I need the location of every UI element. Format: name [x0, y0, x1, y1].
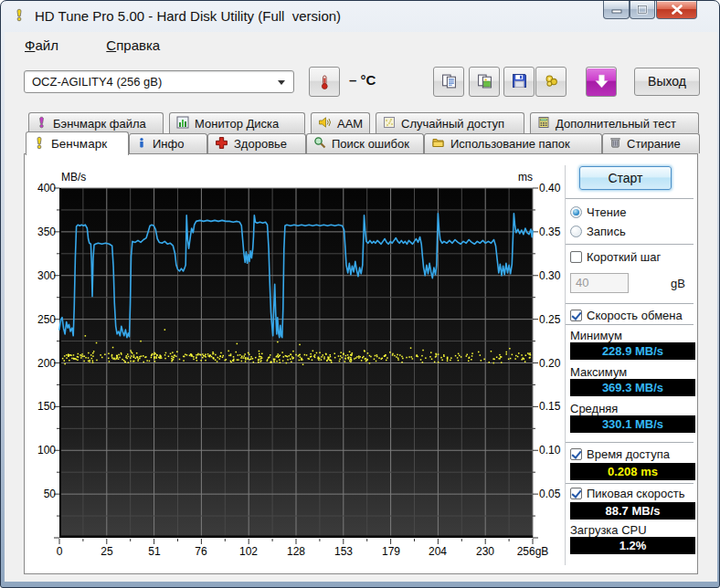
tab-health[interactable]: Здоровье [207, 133, 306, 153]
tab-error-scan[interactable]: Поиск ошибок [306, 133, 424, 153]
access-time-checkbox[interactable]: Время доступа [570, 447, 699, 461]
y-left-tick: 200 [26, 357, 56, 370]
options-icon [536, 73, 566, 89]
y-left-tick: 150 [26, 400, 56, 413]
maximize-button[interactable] [630, 1, 655, 19]
copy-button[interactable] [433, 67, 464, 97]
stride-size-input[interactable]: 40 [570, 273, 629, 293]
min-label: Минимум [570, 329, 622, 342]
read-radio[interactable]: Чтение [570, 205, 699, 219]
checkbox-icon [570, 448, 582, 460]
y-right-tick: 0.30 [539, 269, 560, 282]
maximize-icon [637, 5, 648, 15]
y-left-tick: 350 [26, 226, 56, 238]
separator [566, 324, 694, 326]
random-access-icon [383, 116, 396, 131]
y-left-tick: 300 [26, 269, 56, 282]
x-tick: 102 [227, 545, 270, 558]
stride-unit-label: gB [671, 277, 685, 290]
burst-rate-label: Пиковая скорость [587, 487, 685, 500]
save-button[interactable] [503, 67, 535, 97]
copy-icon [434, 73, 463, 89]
cpu-usage-label: Загрузка CPU [570, 523, 647, 537]
y-right-axis-title: ms [500, 171, 533, 184]
close-icon [671, 5, 683, 15]
x-tick: 153 [322, 545, 365, 558]
tab-label: AAM [337, 117, 363, 131]
access-time-value: 0.208 ms [570, 463, 695, 480]
max-label: Максимум [570, 365, 627, 379]
exit-button[interactable]: Выход [634, 68, 700, 96]
y-right-tick: 0.05 [539, 488, 560, 500]
close-button[interactable] [656, 1, 697, 19]
y-left-tick: 400 [26, 182, 56, 194]
benchmark-chart [52, 183, 540, 547]
gauge-yellow-icon [33, 136, 46, 152]
screenshot-button[interactable] [586, 67, 617, 97]
down-arrow-icon [587, 73, 616, 89]
radio-icon [570, 206, 582, 218]
burst-rate-value: 88.7 MB/s [570, 502, 695, 520]
tab-erase[interactable]: Стирание [602, 133, 700, 153]
tab-aam[interactable]: AAM [311, 112, 370, 133]
short-stride-checkbox[interactable]: Короткий шаг [570, 250, 699, 264]
tab-disk-monitor[interactable]: Монитор Диска [169, 112, 305, 133]
tab-file-benchmark[interactable]: Бэнчмарк файла [28, 112, 164, 133]
tab-folder-usage[interactable]: Использование папок [424, 133, 602, 153]
cpu-usage-value: 1.2% [570, 537, 695, 554]
short-stride-label: Короткий шаг [587, 250, 661, 264]
tab-label: Случайный доступ [401, 117, 504, 131]
copy-image-button[interactable] [469, 67, 500, 97]
y-left-tick: 250 [26, 313, 56, 326]
title-bar[interactable]: HD Tune Pro 5.00 - Hard Disk Utility (Fu… [1, 1, 719, 32]
window-body: Файл Справка OCZ-AGILITY4 (256 gB) – °C … [5, 32, 717, 582]
separator [566, 483, 694, 485]
chevron-down-icon [278, 80, 285, 85]
tab-benchmark[interactable]: Бенчмарк [26, 131, 129, 155]
copy-image-icon [470, 73, 499, 89]
menu-help[interactable]: Справка [101, 36, 165, 55]
health-cross-icon [215, 136, 228, 152]
drive-select-dropdown[interactable]: OCZ-AGILITY4 (256 gB) [24, 70, 294, 93]
bar-chart-icon [176, 116, 189, 131]
app-icon [13, 8, 28, 24]
tab-label: Поиск ошибок [332, 137, 409, 151]
x-tick: 204 [416, 545, 460, 558]
app-window: HD Tune Pro 5.00 - Hard Disk Utility (Fu… [0, 0, 720, 588]
save-icon [504, 73, 534, 89]
x-tick: 0 [37, 545, 81, 558]
separator [566, 303, 694, 305]
avg-label: Средняя [570, 402, 618, 415]
tab-extra-tests[interactable]: Дополнительный тест [530, 112, 699, 133]
y-right-tick: 0.10 [539, 444, 560, 457]
thermometer-icon [310, 73, 339, 91]
burst-rate-checkbox[interactable]: Пиковая скорость [570, 487, 699, 500]
tab-label: Бэнчмарк файла [53, 117, 146, 131]
separator [566, 442, 694, 444]
y-left-tick: 100 [26, 444, 56, 457]
minimize-button[interactable] [603, 1, 630, 19]
menu-file[interactable]: Файл [19, 36, 64, 55]
window-title: HD Tune Pro 5.00 - Hard Disk Utility (Fu… [35, 1, 341, 32]
tab-label: Использование папок [450, 137, 570, 151]
temperature-button[interactable] [309, 67, 340, 97]
toolbar: OCZ-AGILITY4 (256 gB) – °C Выход [5, 59, 717, 110]
avg-value: 330.1 MB/s [570, 415, 695, 433]
tab-info[interactable]: Инфо [129, 133, 207, 153]
y-right-tick: 0.35 [539, 226, 560, 238]
x-tick: 256gB [511, 545, 555, 558]
x-tick: 179 [369, 545, 413, 558]
tab-random-access[interactable]: Случайный доступ [376, 112, 524, 133]
transfer-rate-checkbox[interactable]: Скорость обмена [570, 309, 699, 322]
panel-divider [565, 165, 566, 565]
options-button[interactable] [535, 67, 566, 97]
write-radio[interactable]: Запись [570, 225, 699, 238]
y-left-axis-title: MB/s [61, 171, 86, 184]
stride-size-value: 40 [576, 276, 588, 289]
max-value: 369.3 MB/s [570, 379, 695, 396]
start-button[interactable]: Старт [579, 166, 672, 190]
tab-label: Дополнительный тест [556, 117, 676, 131]
chart-plot [52, 183, 540, 547]
tab-label: Монитор Диска [195, 117, 279, 131]
transfer-rate-label: Скорость обмена [587, 309, 683, 322]
